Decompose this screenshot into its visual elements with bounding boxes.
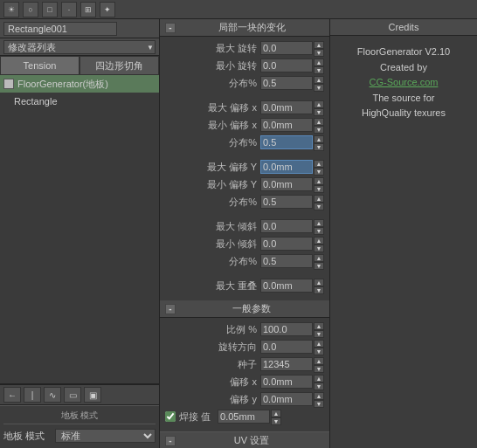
rotate-dir-up[interactable]: ▲ [314,340,324,348]
section1-collapse-btn[interactable]: - [165,23,176,33]
max-offset-x-input[interactable] [260,100,313,114]
tilt-dist-down[interactable]: ▼ [314,262,324,270]
section2-collapse-btn[interactable]: - [165,304,176,314]
tab-tension[interactable]: Tension [0,56,80,75]
offset-x-dist-spinner[interactable]: ▲ ▼ [314,135,324,149]
stack-item-floorgenerator[interactable]: FloorGenerator(地板) [0,75,159,93]
min-offset-x-spinner[interactable]: ▲ ▼ [314,118,324,132]
max-offset-x-spinner[interactable]: ▲ ▼ [314,100,324,114]
bottom-icon-monitor[interactable]: ▣ [84,387,101,403]
weld-checkbox[interactable] [165,411,176,422]
min-tilt-down[interactable]: ▼ [314,245,324,252]
offset-x-dist-input[interactable] [260,135,313,149]
offset-x2-spinner[interactable]: ▲ ▼ [314,375,324,389]
max-offset-y-label: 最大 偏移 Y [165,161,257,174]
toolbar-icon-sun[interactable]: ☀ [3,2,19,17]
scale-spinner[interactable]: ▲ ▼ [314,322,324,336]
offset-y-dist-down[interactable]: ▼ [314,203,324,210]
min-tilt-input[interactable] [260,237,313,251]
max-offset-y-up[interactable]: ▲ [314,160,324,168]
min-offset-y-input[interactable] [260,177,313,191]
offset-x-dist-down[interactable]: ▼ [314,143,324,151]
tab-quad-chamfer[interactable]: 四边形切角 [80,56,159,75]
tilt-dist-spinner[interactable]: ▲ ▼ [314,254,324,268]
seed-spinner[interactable]: ▲ ▼ [314,357,324,371]
max-offset-y-down[interactable]: ▼ [314,168,324,176]
uv-collapse-btn[interactable]: - [165,436,176,446]
rotate-dir-down[interactable]: ▼ [314,348,324,355]
scale-input[interactable] [260,322,313,336]
max-overlap-input[interactable] [260,279,313,293]
rotation-dist-down[interactable]: ▼ [314,84,324,92]
min-tilt-up[interactable]: ▲ [314,237,324,245]
rotation-dist-up[interactable]: ▲ [314,76,324,84]
weld-up[interactable]: ▲ [271,410,281,417]
offset-x2-input[interactable] [260,375,313,389]
min-rotation-down[interactable]: ▼ [314,66,324,74]
min-rotation-up[interactable]: ▲ [314,59,324,66]
offset-y2-up[interactable]: ▲ [314,392,324,400]
min-offset-x-input[interactable] [260,118,313,132]
min-tilt-spinner[interactable]: ▲ ▼ [314,237,324,251]
offset-y2-input[interactable] [260,392,313,406]
weld-down[interactable]: ▼ [271,417,281,425]
toolbar-icon-dot[interactable]: · [61,2,77,17]
min-rotation-input[interactable] [260,59,313,72]
offset-x2-down[interactable]: ▼ [314,383,324,390]
rotate-dir-spinner[interactable]: ▲ ▼ [314,340,324,354]
max-tilt-input[interactable] [260,219,313,233]
max-tilt-up[interactable]: ▲ [314,219,324,227]
rotate-dir-input[interactable] [260,340,313,354]
min-offset-y-up[interactable]: ▲ [314,177,324,185]
seed-up[interactable]: ▲ [314,357,324,365]
bottom-icon-wave[interactable]: ∿ [44,387,61,403]
min-rotation-spinner[interactable]: ▲ ▼ [314,59,324,72]
weld-spinner[interactable]: ▲ ▼ [271,410,281,424]
offset-y-dist-spinner[interactable]: ▲ ▼ [314,195,324,209]
toolbar-icon-box[interactable]: □ [42,2,58,17]
offset-y2-spinner[interactable]: ▲ ▼ [314,392,324,406]
bottom-icon-cursor[interactable]: | [24,387,41,403]
seed-input[interactable] [260,357,313,371]
min-offset-x-down[interactable]: ▼ [314,126,324,134]
bottom-icon-arrow-left[interactable]: ← [3,387,21,403]
min-offset-y-spinner[interactable]: ▲ ▼ [314,177,324,191]
rotation-dist-spinner[interactable]: ▲ ▼ [314,76,324,90]
bottom-icon-square[interactable]: ▭ [64,387,81,403]
floor-mode-select[interactable]: 标准自定义随机 [55,429,156,443]
toolbar-icon-wand[interactable]: ✦ [100,2,115,17]
toolbar-icon-circle[interactable]: ○ [23,2,38,17]
max-overlap-spinner[interactable]: ▲ ▼ [314,279,324,293]
min-offset-y-down[interactable]: ▼ [314,185,324,193]
max-rotation-up[interactable]: ▲ [314,41,324,49]
max-tilt-spinner[interactable]: ▲ ▼ [314,219,324,233]
max-offset-x-up[interactable]: ▲ [314,100,324,108]
max-rotation-spinner[interactable]: ▲ ▼ [314,41,324,55]
modifier-select[interactable]: 修改器列表 [3,40,156,54]
max-overlap-down[interactable]: ▼ [314,286,324,294]
seed-down[interactable]: ▼ [314,365,324,373]
tilt-dist-input[interactable] [260,254,313,268]
scale-down[interactable]: ▼ [314,330,324,338]
scale-up[interactable]: ▲ [314,322,324,330]
max-offset-x-down[interactable]: ▼ [314,108,324,116]
offset-y-dist-up[interactable]: ▲ [314,195,324,203]
max-tilt-down[interactable]: ▼ [314,227,324,235]
toolbar-icon-grid[interactable]: ⊞ [80,2,96,17]
offset-y2-down[interactable]: ▼ [314,400,324,408]
rotation-dist-input[interactable] [260,76,313,90]
weld-input[interactable] [218,410,270,424]
stack-item-rectangle[interactable]: Rectangle [0,93,159,110]
credits-link[interactable]: CG-Source.com [337,75,470,91]
max-rotation-down[interactable]: ▼ [314,49,324,57]
min-offset-x-up[interactable]: ▲ [314,118,324,126]
offset-x-dist-up[interactable]: ▲ [314,135,324,143]
tilt-dist-up[interactable]: ▲ [314,254,324,262]
offset-x2-up[interactable]: ▲ [314,375,324,383]
max-rotation-input[interactable] [260,41,313,55]
offset-y-dist-input[interactable] [260,195,313,209]
max-offset-y-spinner[interactable]: ▲ ▼ [314,160,324,174]
max-offset-y-input[interactable] [260,160,313,174]
max-overlap-up[interactable]: ▲ [314,279,324,286]
object-name-input[interactable] [3,22,117,36]
